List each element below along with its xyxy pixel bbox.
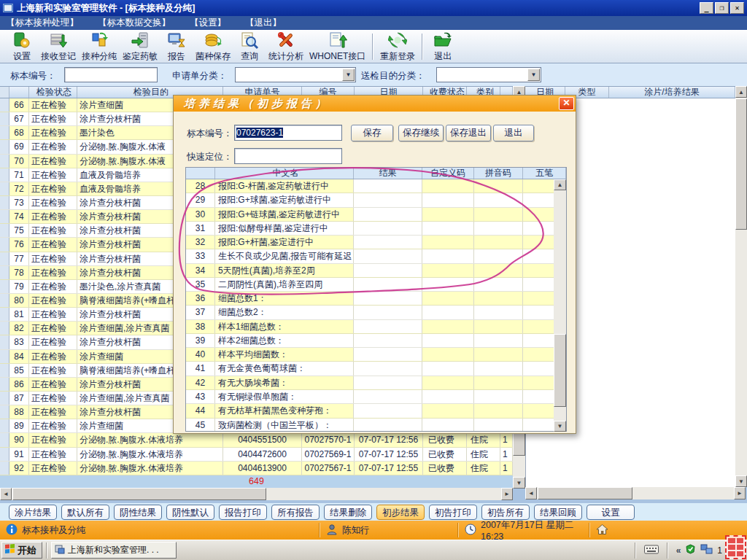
dialog-table-row[interactable]: 31 报阳:似酵母样菌,鉴定进行中 (186, 222, 554, 236)
action-button[interactable]: 初告打印 (429, 505, 477, 520)
cell-date: 07-07-17 12:55 (355, 462, 423, 475)
save-continue-button[interactable]: 保存继续 (398, 125, 444, 141)
cell-dlg-no: 44 (186, 404, 215, 417)
dialog-table-row[interactable]: 45 致病菌检测（中国兰平板）： (186, 419, 554, 431)
action-button[interactable]: 阴性结果 (114, 505, 162, 520)
dialog-table-row[interactable]: 37 细菌总数2： (186, 306, 554, 319)
action-button[interactable]: 结果删除 (324, 505, 372, 520)
dialog-table-row[interactable]: 34 5天阴性(真菌),培养至2周 (186, 264, 554, 278)
statistics-button[interactable]: 统计分析 (266, 31, 306, 62)
action-button[interactable]: 阴性默认 (166, 505, 214, 520)
cell-chinese-name: 有无枯草杆菌黑色变种芽孢： (215, 404, 354, 417)
action-button[interactable]: 所有报告 (271, 505, 320, 520)
dialog-table-row[interactable]: 39 样本2细菌总数： (186, 334, 554, 348)
dialog-table-row[interactable]: 30 报阳:G+链球菌,鉴定药敏进行中 (186, 208, 554, 222)
whonet-interface-button[interactable]: WHONET接口 (306, 31, 368, 62)
action-button[interactable]: 设置 (587, 505, 635, 520)
menu-item-exit[interactable]: 【退出】 (245, 17, 282, 29)
taskbar-app-item[interactable]: 上海新和实验室管理. . . (51, 542, 177, 559)
menu-item-data-exchange[interactable]: 【标本数据交换】 (98, 17, 171, 29)
receive-register-button[interactable]: 接收登记 (38, 31, 79, 62)
scroll-down-icon[interactable]: ▼ (735, 475, 747, 487)
row-indicator (0, 126, 9, 139)
scroll-up-icon[interactable]: ▲ (554, 179, 566, 190)
exit-button[interactable]: 退出 (493, 125, 534, 141)
dialog-table-vscrollbar[interactable]: ▲ ▼ (554, 179, 566, 432)
scrollbar-thumb[interactable] (12, 488, 266, 500)
dialog-locate-input[interactable] (234, 148, 342, 164)
query-button[interactable]: 查询 (233, 31, 266, 62)
restore-button[interactable]: ❐ (715, 2, 729, 14)
action-button[interactable]: 报告打印 (219, 505, 267, 520)
exit-button[interactable]: 退出 (427, 31, 459, 62)
start-button[interactable]: 开始 (1, 542, 42, 559)
dialog-table-row[interactable]: 42 有无大肠埃希菌： (186, 376, 554, 390)
action-button[interactable]: 初步结果 (376, 505, 425, 520)
close-button[interactable]: ✕ (730, 2, 744, 14)
menu-item-settings[interactable]: 【设置】 (190, 17, 226, 29)
cell-pinyin-code (474, 419, 523, 431)
report-button[interactable]: 报告 (160, 31, 193, 62)
cell-pinyin-code (474, 320, 523, 333)
dialog-table-row[interactable]: 41 有无金黄色葡萄球菌： (186, 362, 554, 376)
strain-save-button[interactable]: 菌种保存 (193, 31, 233, 62)
dialog-table-row[interactable]: 28 报阳:G-杆菌,鉴定药敏进行中 (186, 179, 554, 193)
save-button[interactable]: 保存 (351, 125, 393, 141)
dialog-table-row[interactable]: 33 生长不良或少见菌,报告可能有延迟 (186, 249, 554, 263)
relogin-button[interactable]: 重新登录 (377, 31, 418, 62)
scroll-left-icon[interactable]: ◄ (525, 487, 537, 499)
identify-ast-button[interactable]: 鉴定药敏 (120, 31, 160, 62)
header-status: 检验状态 (29, 87, 77, 98)
action-button[interactable]: 结果回顾 (534, 505, 582, 520)
dialog-table-row[interactable]: 43 有无铜绿假单胞菌： (186, 390, 554, 404)
scrollbar-thumb[interactable] (554, 334, 566, 407)
scroll-left-icon[interactable]: ◄ (0, 488, 12, 500)
purpose-class-select[interactable]: ▼ (436, 67, 541, 82)
dialog-table-row[interactable]: 40 样本平均细菌数： (186, 348, 554, 362)
dialog-table-row[interactable]: 32 报阳:G+杆菌,鉴定进行中 (186, 236, 554, 249)
table-row[interactable]: 92 正在检验 分泌物.脓.胸腹水.体液培养 0404613900 070275… (0, 462, 513, 475)
row-indicator (0, 140, 9, 153)
dialog-table-row[interactable]: 35 二周阴性(真菌),培养至四周 (186, 278, 554, 292)
table-row[interactable]: 90 正在检验 分泌物.脓.胸腹水.体液培养 0404551500 070275… (0, 433, 513, 447)
table-row[interactable]: 91 正在检验 分泌物.脓.胸腹水.体液培养 0404472600 070275… (0, 448, 513, 462)
dialog-table-row[interactable]: 44 有无枯草杆菌黑色变种芽孢： (186, 404, 554, 418)
header-pinyin-code: 拼音码 (474, 168, 523, 179)
network-icon[interactable] (700, 544, 713, 556)
scroll-right-icon[interactable]: ► (734, 487, 746, 499)
scroll-down-icon[interactable]: ▼ (554, 421, 566, 432)
action-button[interactable]: 默认所有 (61, 505, 109, 520)
action-button[interactable]: 涂片结果 (9, 505, 57, 520)
chevron-down-icon[interactable]: ▼ (527, 69, 540, 81)
dialog-close-icon[interactable]: ✕ (559, 97, 574, 110)
keyboard-icon[interactable] (644, 545, 659, 556)
dialog-specimen-input[interactable]: 07027623-1 (234, 125, 342, 141)
scrollbar-thumb[interactable] (735, 98, 747, 230)
save-exit-button[interactable]: 保存退出 (446, 125, 491, 141)
cell-chinese-name: 5天阴性(真菌),培养至2周 (215, 264, 354, 277)
specimen-no-input[interactable] (64, 67, 158, 82)
scroll-right-icon[interactable]: ► (501, 488, 513, 500)
scrollbar-thumb[interactable] (538, 487, 632, 499)
scroll-up-icon[interactable]: ▲ (735, 86, 747, 98)
dialog-table-row[interactable]: 38 样本1细菌总数： (186, 320, 554, 334)
cell-pinyin-code (474, 193, 523, 206)
main-table-hscrollbar[interactable]: ◄ ► (0, 488, 513, 500)
result-panel-vscrollbar[interactable]: ▲ ▼ (735, 86, 747, 487)
minimize-button[interactable]: _ (700, 2, 713, 14)
menu-item-specimen-process[interactable]: 【标本接种处理】 (6, 17, 79, 29)
chevron-down-icon[interactable]: ▼ (342, 69, 355, 81)
settings-button[interactable]: 设置 (6, 31, 38, 62)
req-class-select[interactable]: ▼ (235, 67, 356, 82)
action-button[interactable]: 初告所有 (481, 505, 530, 520)
result-panel-hscrollbar[interactable]: ◄ ► (525, 487, 746, 499)
dialog-table-row[interactable]: 29 报阳:G+球菌,鉴定药敏进行中 (186, 193, 554, 207)
inoculate-split-button[interactable]: 接种分纯 (79, 31, 120, 62)
row-indicator (0, 405, 9, 419)
scroll-down-icon[interactable]: ▼ (513, 477, 525, 489)
chevron-left-icon[interactable]: « (676, 545, 681, 556)
dialog-table-row[interactable]: 36 细菌总数1： (186, 292, 554, 306)
antivirus-icon[interactable] (685, 544, 696, 556)
cell-chinese-name: 生长不良或少见菌,报告可能有延迟 (215, 249, 354, 262)
cell-result (354, 320, 422, 333)
